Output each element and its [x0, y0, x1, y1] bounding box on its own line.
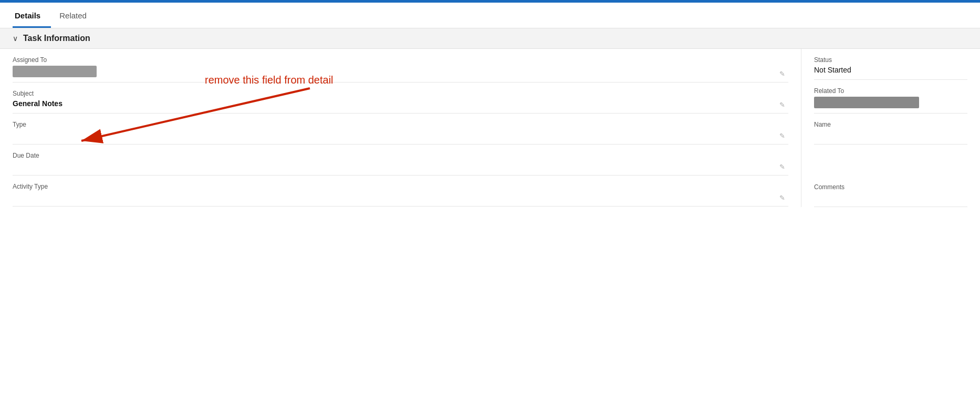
- label-name: Name: [814, 121, 967, 128]
- value-type: [13, 130, 788, 141]
- field-type: Type ✎: [13, 114, 788, 145]
- value-activity-type: [13, 192, 788, 203]
- edit-icon-due-date[interactable]: ✎: [779, 163, 785, 171]
- tab-related[interactable]: Related: [57, 3, 97, 28]
- field-status: Status Not Started: [814, 49, 967, 80]
- field-due-date: Due Date ✎: [13, 145, 788, 176]
- chevron-icon: ∨: [13, 34, 18, 43]
- section-header: ∨ Task Information: [0, 28, 980, 49]
- field-name: Name: [814, 114, 967, 145]
- field-related-to: Related To: [814, 80, 967, 114]
- label-assigned-to: Assigned To: [13, 56, 788, 64]
- value-name: [814, 130, 967, 141]
- field-comments: Comments: [814, 176, 967, 207]
- tabs-container: Details Related: [0, 3, 980, 28]
- redacted-assigned-to: [13, 66, 97, 77]
- label-activity-type: Activity Type: [13, 183, 788, 190]
- tab-details[interactable]: Details: [13, 3, 51, 28]
- label-status: Status: [814, 56, 967, 64]
- value-related-to: [814, 97, 967, 110]
- field-subject: Subject General Notes ✎: [13, 83, 788, 114]
- left-fields: Assigned To ✎ Subject General Notes ✎ Ty…: [13, 49, 788, 207]
- field-activity-type: Activity Type ✎: [13, 176, 788, 207]
- edit-icon-type[interactable]: ✎: [779, 132, 785, 140]
- edit-icon-assigned-to[interactable]: ✎: [779, 70, 785, 78]
- value-due-date: [13, 161, 788, 172]
- content-area: Assigned To ✎ Subject General Notes ✎ Ty…: [0, 49, 980, 207]
- redacted-related-to: [814, 97, 919, 108]
- left-column: Assigned To ✎ Subject General Notes ✎ Ty…: [0, 49, 801, 207]
- label-due-date: Due Date: [13, 152, 788, 159]
- value-status: Not Started: [814, 66, 967, 76]
- label-type: Type: [13, 121, 788, 128]
- field-assigned-to: Assigned To ✎: [13, 49, 788, 83]
- edit-icon-subject[interactable]: ✎: [779, 101, 785, 109]
- label-subject: Subject: [13, 90, 788, 97]
- value-assigned-to: [13, 66, 788, 79]
- main-content: Assigned To ✎ Subject General Notes ✎ Ty…: [0, 49, 980, 207]
- right-column: Status Not Started Related To Name Comme…: [801, 49, 980, 207]
- edit-icon-activity-type[interactable]: ✎: [779, 194, 785, 202]
- section-title: Task Information: [23, 34, 90, 43]
- value-subject: General Notes: [13, 99, 788, 110]
- label-related-to: Related To: [814, 87, 967, 95]
- label-comments: Comments: [814, 183, 967, 191]
- value-comments: [814, 193, 967, 203]
